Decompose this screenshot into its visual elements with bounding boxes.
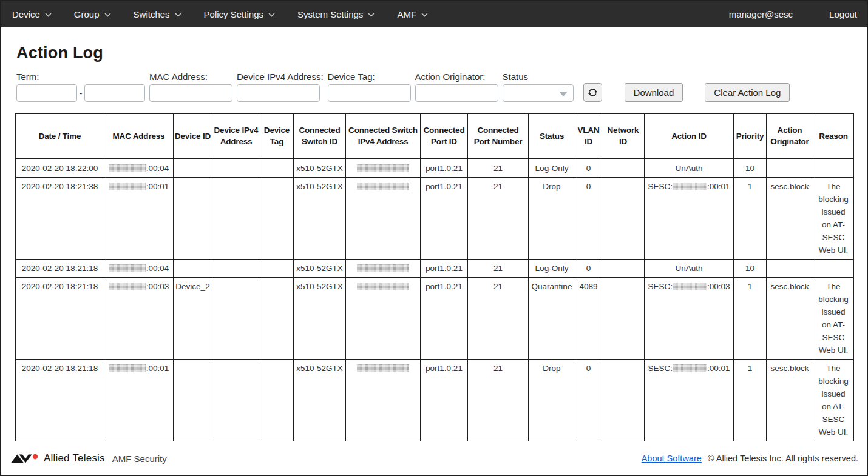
cell-priority: 1	[734, 277, 767, 359]
cell-mac_address: :00:04	[104, 259, 174, 277]
device-ipv4-label: Device IPv4 Address:	[237, 72, 324, 82]
redacted-pixelated-block	[357, 264, 409, 272]
status-label: Status	[503, 72, 574, 82]
cell-action_id: SESC::00:03	[645, 277, 734, 359]
status-select[interactable]	[503, 84, 574, 102]
cell-connected_switch_id: x510-52GTX	[294, 159, 346, 178]
about-software-link[interactable]: About Software	[642, 454, 702, 463]
nav-item-switches[interactable]: Switches	[134, 9, 181, 19]
device-ipv4-input[interactable]	[237, 84, 320, 102]
clear-action-log-button[interactable]: Clear Action Log	[705, 83, 790, 102]
table-row: 2020-02-20 18:21:18:00:03Device_2x510-52…	[16, 277, 854, 359]
chevron-down-icon	[421, 13, 428, 17]
nav-item-device[interactable]: Device	[12, 9, 52, 19]
cell-status: Quarantine	[529, 277, 575, 359]
nav-item-group[interactable]: Group	[74, 9, 111, 19]
refresh-button[interactable]	[583, 83, 602, 102]
action-log-table: Date / TimeMAC AddressDevice IDDevice IP…	[15, 113, 854, 441]
column-header-device_tag: Device Tag	[260, 114, 294, 159]
cell-date_time: 2020-02-20 18:21:38	[16, 177, 104, 259]
nav-item-policy-settings[interactable]: Policy Settings	[204, 9, 275, 19]
column-header-connected_port_id: Connected Port ID	[421, 114, 468, 159]
cell-device_ipv4_address	[212, 177, 260, 259]
cell-connected_port_id: port1.0.21	[421, 177, 468, 259]
column-header-action_originator: Action Originator	[767, 114, 813, 159]
nav-item-system-settings[interactable]: System Settings	[297, 9, 375, 19]
term-to-input[interactable]	[84, 84, 145, 102]
nav-item-label: System Settings	[297, 9, 363, 19]
cell-connected_port_number: 21	[468, 177, 529, 259]
cell-priority: 1	[734, 177, 767, 259]
redacted-pixelated-block	[109, 183, 146, 190]
redacted-pixelated-block	[109, 283, 146, 290]
cell-network_id	[602, 259, 645, 277]
cell-device_id	[174, 359, 212, 441]
cell-connected_switch_id: x510-52GTX	[294, 177, 346, 259]
nav-item-label: Policy Settings	[204, 9, 263, 19]
cell-connected_port_number: 21	[468, 259, 529, 277]
cell-connected_port_number: 21	[468, 159, 529, 178]
logout-button[interactable]: Logout	[829, 9, 857, 19]
chevron-down-icon	[175, 13, 181, 17]
cell-connected_port_id: port1.0.21	[421, 159, 468, 178]
cell-status: Drop	[529, 359, 575, 441]
top-nav: DeviceGroupSwitchesPolicy SettingsSystem…	[1, 1, 867, 27]
cell-mac_address: :00:03	[104, 277, 174, 359]
cell-device_ipv4_address	[212, 259, 260, 277]
redacted-pixelated-block	[673, 283, 707, 290]
device-tag-label: Device Tag:	[328, 72, 411, 82]
nav-item-label: AMF	[397, 9, 416, 19]
cell-action_id: SESC::00:01	[645, 177, 734, 259]
action-originator-input[interactable]	[415, 84, 498, 102]
cell-device_tag	[260, 159, 294, 178]
cell-priority: 10	[734, 259, 767, 277]
cell-action_originator: sesc.block	[767, 177, 813, 259]
nav-item-amf[interactable]: AMF	[397, 9, 428, 19]
column-header-vlan_id: VLAN ID	[575, 114, 602, 159]
mac-address-input[interactable]	[149, 84, 232, 102]
device-tag-input[interactable]	[328, 84, 411, 102]
mac-filter-group: MAC Address:	[149, 72, 232, 102]
nav-item-label: Group	[74, 9, 100, 19]
download-button[interactable]: Download	[625, 83, 683, 102]
action-originator-label: Action Originator:	[415, 72, 498, 82]
redacted-pixelated-block	[109, 264, 146, 272]
table-row: 2020-02-20 18:21:18:00:04x510-52GTXport1…	[16, 259, 854, 277]
nav-item-label: Device	[12, 9, 40, 19]
column-header-network_id: Network ID	[602, 114, 645, 159]
main-content: Action Log Term: - MAC Address: Device I…	[1, 27, 867, 449]
refresh-icon	[587, 87, 598, 98]
allied-telesis-logo-icon	[11, 454, 39, 464]
ipv4-filter-group: Device IPv4 Address:	[237, 72, 324, 102]
cell-device_ipv4_address	[212, 159, 260, 178]
cell-device_id: Device_2	[174, 277, 212, 359]
redacted-pixelated-block	[357, 183, 409, 190]
redacted-pixelated-block	[673, 183, 707, 190]
user-account-label: manager@sesc	[729, 9, 793, 19]
cell-mac_address: :00:01	[104, 177, 174, 259]
cell-network_id	[602, 277, 645, 359]
column-header-device_ipv4_address: Device IPv4 Address	[212, 114, 260, 159]
brand-name: Allied Telesis	[44, 452, 105, 464]
column-header-connected_switch_ipv4_address: Connected Switch IPv4 Address	[346, 114, 421, 159]
cell-status: Log-Only	[529, 259, 575, 277]
cell-status: Drop	[529, 177, 575, 259]
cell-reason: The blocking issued on AT-SESC Web UI.	[813, 359, 854, 441]
footer-brand-area: Allied Telesis AMF Security	[11, 452, 167, 464]
cell-device_ipv4_address	[212, 277, 260, 359]
nav-account-area: manager@sesc Logout	[729, 9, 857, 19]
cell-connected_switch_ipv4_address	[346, 359, 421, 441]
cell-action_originator	[767, 259, 813, 277]
cell-device_id	[174, 177, 212, 259]
cell-device_id	[174, 159, 212, 178]
cell-action_id: UnAuth	[645, 159, 734, 178]
nav-item-label: Switches	[134, 9, 170, 19]
chevron-down-icon	[368, 13, 375, 17]
column-header-mac_address: MAC Address	[104, 114, 174, 159]
column-header-device_id: Device ID	[174, 114, 212, 159]
cell-mac_address: :00:01	[104, 359, 174, 441]
chevron-down-icon	[45, 13, 52, 17]
cell-device_tag	[260, 359, 294, 441]
cell-action_id: UnAuth	[645, 259, 734, 277]
term-from-input[interactable]	[16, 84, 77, 102]
